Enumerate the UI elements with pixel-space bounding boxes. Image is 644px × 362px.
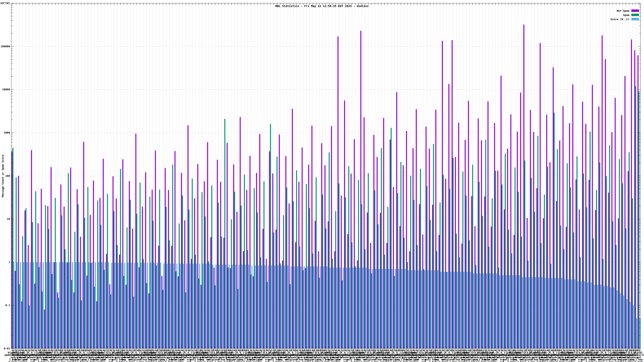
- score-bar: [418, 270, 419, 349]
- spam-bar: [329, 152, 330, 349]
- spam-bar: [612, 221, 614, 349]
- spam-bar: [609, 145, 610, 349]
- not-spam-bar: [74, 292, 74, 349]
- score-bar: [490, 274, 490, 349]
- spam-bar: [81, 301, 82, 349]
- spam-bar: [622, 183, 623, 349]
- score-bar: [467, 272, 468, 349]
- spam-bar: [534, 212, 535, 349]
- spam-bar: [133, 297, 134, 349]
- spam-bar: [459, 257, 460, 349]
- score-bar: [382, 269, 383, 349]
- score-bar: [444, 272, 445, 349]
- not-spam-bar: [305, 268, 306, 349]
- score-bar: [137, 263, 138, 349]
- score-bar: [72, 262, 73, 349]
- not-spam-bar: [543, 218, 544, 349]
- spam-bar: [632, 199, 633, 349]
- spam-bar: [573, 233, 574, 349]
- spam-bar: [152, 221, 154, 349]
- score-bar: [610, 287, 611, 349]
- not-spam-bar: [471, 196, 472, 349]
- not-spam-bar: [109, 284, 110, 349]
- score-bar: [405, 269, 406, 349]
- not-spam-bar: [504, 209, 505, 349]
- score-bar: [561, 278, 562, 349]
- not-spam-bar: [204, 181, 205, 349]
- spam-bar: [143, 259, 144, 349]
- not-spam-bar: [96, 301, 97, 349]
- score-bar: [343, 268, 344, 349]
- spam-bar: [407, 262, 408, 349]
- score-bar: [150, 263, 151, 349]
- not-spam-bar: [360, 31, 362, 349]
- not-spam-bar: [536, 188, 537, 349]
- spam-bar: [87, 187, 88, 349]
- score-bar: [160, 263, 161, 349]
- score-bar: [626, 299, 628, 349]
- spam-bar: [580, 257, 581, 349]
- score-bar: [66, 262, 66, 349]
- score-bar: [98, 262, 99, 349]
- not-spam-bar: [556, 201, 557, 349]
- spam-bar: [521, 237, 522, 349]
- not-spam-bar: [429, 149, 430, 349]
- not-spam-bar: [598, 107, 599, 349]
- score-bar: [180, 264, 181, 349]
- score-bar: [102, 262, 102, 349]
- score-bar: [258, 266, 259, 349]
- not-spam-bar: [331, 126, 332, 349]
- score-bar: [528, 277, 530, 349]
- not-spam-bar: [605, 59, 606, 349]
- spam-bar: [123, 276, 124, 349]
- spam-bar: [156, 266, 157, 349]
- score-bar: [476, 274, 477, 349]
- score-bar: [398, 269, 399, 349]
- score-bar: [499, 275, 500, 349]
- score-bar: [340, 268, 340, 349]
- spam-bar: [567, 163, 568, 349]
- score-bar: [578, 281, 578, 349]
- not-spam-bar: [491, 227, 492, 349]
- not-spam-bar: [126, 285, 126, 349]
- spam-bar: [342, 280, 343, 349]
- spam-bar: [231, 219, 232, 349]
- score-bar: [431, 270, 432, 349]
- spam-bar: [528, 260, 529, 349]
- spam-bar: [48, 229, 49, 349]
- score-bar: [23, 262, 24, 349]
- score-bar: [228, 265, 230, 349]
- spam-bar: [550, 264, 552, 349]
- legend-label: Spam: [623, 13, 629, 16]
- score-bar: [378, 269, 380, 349]
- score-bar: [486, 274, 487, 349]
- score-bar: [79, 262, 80, 349]
- not-spam-bar: [465, 140, 466, 349]
- score-bar: [630, 302, 631, 349]
- not-spam-bar: [47, 206, 48, 349]
- score-bar: [440, 272, 442, 349]
- legend: Not Spam Spam Score (0..1): [610, 9, 639, 22]
- not-spam-bar: [155, 150, 156, 349]
- spam-bar: [322, 194, 323, 349]
- not-spam-bar: [334, 251, 335, 349]
- not-spam-bar: [406, 131, 407, 349]
- score-bar: [190, 264, 190, 349]
- spam-bar: [296, 170, 297, 349]
- score-bar: [49, 262, 50, 349]
- spam-bar: [162, 290, 164, 349]
- spam-bar: [52, 274, 52, 349]
- not-spam-bar: [41, 189, 42, 349]
- spam-bar: [488, 247, 490, 349]
- not-spam-bar: [628, 171, 629, 349]
- spam-bar: [35, 191, 36, 349]
- spam-bar: [117, 245, 118, 349]
- not-spam-bar: [435, 110, 436, 349]
- score-bar: [372, 269, 373, 349]
- spam-bar: [319, 278, 320, 349]
- not-spam-bar: [18, 176, 19, 349]
- score-bar: [255, 266, 256, 349]
- score-bar: [581, 281, 582, 349]
- score-bar: [604, 286, 604, 349]
- spam-bar: [195, 255, 196, 349]
